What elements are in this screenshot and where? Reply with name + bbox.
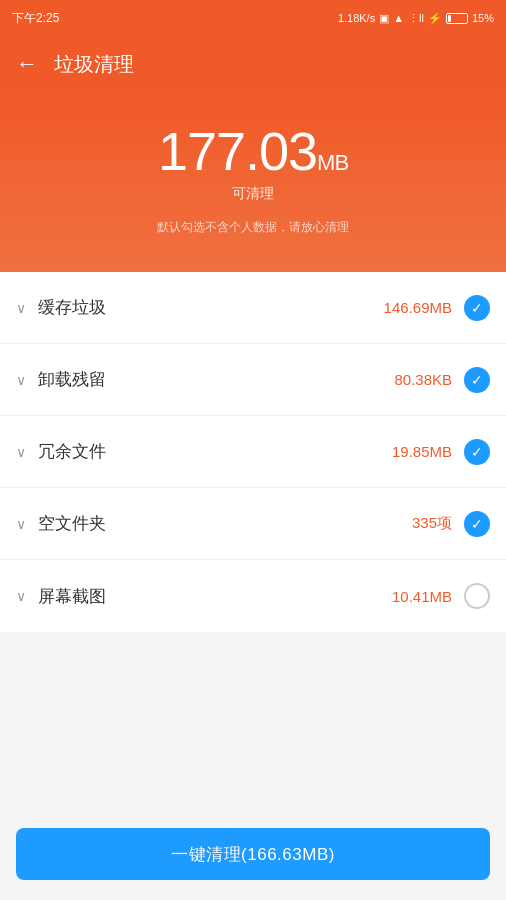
page-title: 垃圾清理	[54, 51, 134, 78]
item-label: 屏幕截图	[38, 585, 392, 608]
bottom-bar: 一键清理(166.63MB)	[0, 816, 506, 900]
status-time: 下午2:25	[12, 10, 59, 27]
hero-subtitle: 默认勾选不含个人数据，请放心清理	[20, 219, 486, 236]
list-item[interactable]: ∨ 卸载残留 80.38KB ✓	[0, 344, 506, 416]
checkbox-unchecked-icon[interactable]	[464, 583, 490, 609]
signal-icon: ▣	[379, 12, 389, 25]
battery-percent: 15%	[472, 12, 494, 24]
clean-button[interactable]: 一键清理(166.63MB)	[16, 828, 490, 880]
list-item[interactable]: ∨ 冗余文件 19.85MB ✓	[0, 416, 506, 488]
mobile-icon: ⋮ll	[408, 12, 424, 25]
network-speed: 1.18K/s	[338, 12, 375, 24]
checkbox-checked-icon[interactable]: ✓	[464, 511, 490, 537]
battery-indicator	[446, 13, 468, 24]
list-item[interactable]: ∨ 空文件夹 335项 ✓	[0, 488, 506, 560]
item-label: 缓存垃圾	[38, 296, 384, 319]
chevron-down-icon[interactable]: ∨	[16, 300, 26, 316]
item-label: 卸载残留	[38, 368, 394, 391]
item-label: 冗余文件	[38, 440, 392, 463]
chevron-down-icon[interactable]: ∨	[16, 372, 26, 388]
item-size: 80.38KB	[394, 371, 452, 388]
item-label: 空文件夹	[38, 512, 412, 535]
status-bar: 下午2:25 1.18K/s ▣ ▲ ⋮ll ⚡ 15%	[0, 0, 506, 36]
wifi-icon: ▲	[393, 12, 404, 24]
chevron-down-icon[interactable]: ∨	[16, 444, 26, 460]
list-item[interactable]: ∨ 屏幕截图 10.41MB	[0, 560, 506, 632]
back-button[interactable]: ←	[16, 53, 38, 75]
list-item[interactable]: ∨ 缓存垃圾 146.69MB ✓	[0, 272, 506, 344]
checkbox-checked-icon[interactable]: ✓	[464, 439, 490, 465]
checkbox-checked-icon[interactable]: ✓	[464, 367, 490, 393]
hero-label: 可清理	[20, 185, 486, 203]
chevron-down-icon[interactable]: ∨	[16, 588, 26, 604]
item-size: 10.41MB	[392, 588, 452, 605]
item-size: 146.69MB	[384, 299, 452, 316]
item-size: 19.85MB	[392, 443, 452, 460]
total-size: 177.03MB	[20, 122, 486, 181]
hero-section: 177.03MB 可清理 默认勾选不含个人数据，请放心清理	[0, 92, 506, 272]
charge-icon: ⚡	[428, 12, 442, 25]
junk-list: ∨ 缓存垃圾 146.69MB ✓ ∨ 卸载残留 80.38KB ✓ ∨ 冗余文…	[0, 272, 506, 632]
app-header: ← 垃圾清理	[0, 36, 506, 92]
chevron-down-icon[interactable]: ∨	[16, 516, 26, 532]
item-size: 335项	[412, 514, 452, 533]
checkbox-checked-icon[interactable]: ✓	[464, 295, 490, 321]
status-right: 1.18K/s ▣ ▲ ⋮ll ⚡ 15%	[338, 12, 494, 25]
